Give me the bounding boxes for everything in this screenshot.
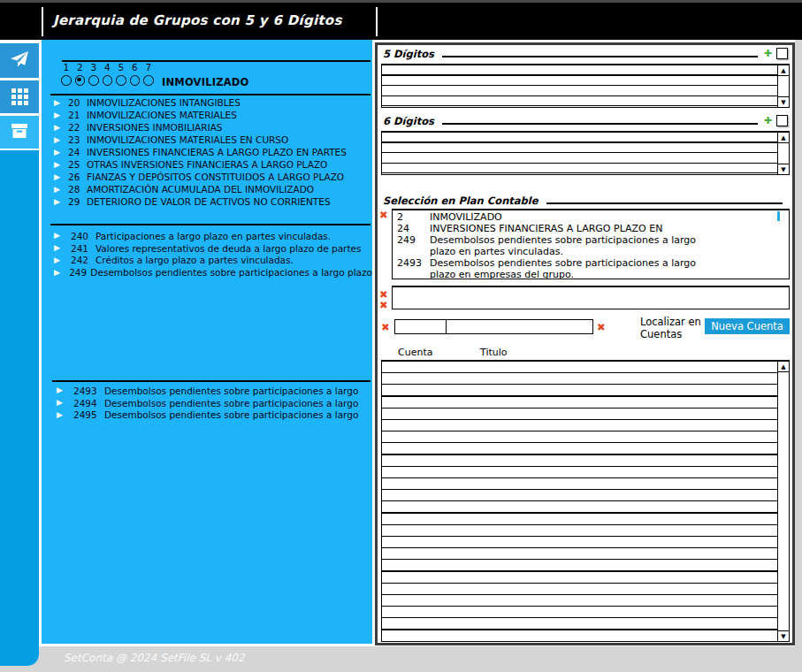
selection-code: 2493 <box>397 258 430 279</box>
delete-icon[interactable]: ✖ <box>597 323 606 333</box>
sidebar-item-archive[interactable] <box>0 116 39 149</box>
group-row[interactable]: ▶ 28 AMORTIZACIÓN ACUMULADA DEL INMOVILI… <box>42 183 372 195</box>
digit-option[interactable]: 2 <box>73 62 88 86</box>
expand-icon[interactable]: ▶ <box>54 111 65 119</box>
group-row[interactable]: ▶ 2494 Desembolsos pendientes sobre part… <box>42 397 372 409</box>
expand-icon[interactable]: ▶ <box>57 399 67 407</box>
delete-icon[interactable]: ✖ <box>381 323 390 333</box>
scroll-up-icon[interactable]: ▲ <box>778 65 789 76</box>
account-code-input[interactable] <box>394 319 447 334</box>
expand-icon[interactable]: ▶ <box>54 124 65 132</box>
scrollbar[interactable]: ▲ ▼ <box>777 362 789 641</box>
selection-detail-box[interactable] <box>392 286 790 309</box>
expand-icon[interactable]: ▶ <box>54 198 65 206</box>
group-row[interactable]: ▶ 26 FIANZAS Y DEPÓSITOS CONSTITUIDOS A … <box>42 171 372 183</box>
digit-level-selector: 1 2 3 4 5 <box>59 62 156 86</box>
digit-option[interactable]: 7 <box>141 62 156 86</box>
expand-icon[interactable]: ▶ <box>54 269 63 277</box>
expand-icon[interactable]: ▶ <box>54 256 65 264</box>
group-title: Participaciones a largo plazo en partes … <box>95 231 331 241</box>
expand-icon[interactable]: ▶ <box>54 232 65 240</box>
group-row[interactable]: ▶ 23 INMOVILIZACIONES MATERIALES EN CURS… <box>42 134 372 146</box>
digit-label: 6 <box>132 62 138 73</box>
group-row[interactable]: ▶ 22 INVERSIONES INMOBILIARIAS <box>42 121 372 134</box>
delete-icon[interactable]: ✖ <box>379 301 388 311</box>
selection-row[interactable]: 2493 Desembolsos pendientes sobre partic… <box>397 258 785 279</box>
group-title: Desembolsos pendientes sobre participaci… <box>104 398 358 409</box>
accounts-table[interactable]: ▲ ▼ <box>381 360 790 642</box>
sidebar-item-groups[interactable] <box>0 80 39 113</box>
digit-radio[interactable] <box>88 75 99 86</box>
sidebar <box>0 40 39 666</box>
groups-2-digit-list: ▶ 20 INMOVILIZACIONES INTANGIBLES ▶ 21 I… <box>42 96 372 208</box>
plan-contable-selection[interactable]: 2 INMOVILIZADO 24 INVERSIONES FINANCIERA… <box>392 209 790 279</box>
group-title: INVERSIONES INMOBILIARIAS <box>87 122 223 133</box>
digit-option[interactable]: 4 <box>101 62 115 86</box>
group-row[interactable]: ▶ 240 Participaciones a largo plazo en p… <box>42 230 372 242</box>
digit-radio[interactable] <box>61 75 72 86</box>
group-row[interactable]: ▶ 242 Créditos a largo plazo a partes vi… <box>42 255 372 267</box>
expand-icon[interactable]: ▶ <box>54 161 65 169</box>
selection-row[interactable]: 249 Desembolsos pendientes sobre partici… <box>397 235 785 258</box>
group-row[interactable]: ▶ 241 Valores representativos de deuda a… <box>42 242 372 255</box>
six-digits-checkbox[interactable] <box>776 115 788 126</box>
localizar-en-cuentas-button[interactable]: Localizar en Cuentas <box>640 316 713 340</box>
five-digits-label: 5 Dígitos <box>383 48 434 60</box>
divider <box>50 94 370 95</box>
group-row[interactable]: ▶ 20 INMOVILIZACIONES INTANGIBLES <box>42 96 372 109</box>
group-row[interactable]: ▶ 249 Desembolsos pendientes sobre parti… <box>42 266 372 279</box>
selection-text: Desembolsos pendientes sobre participaci… <box>430 235 696 258</box>
group-row[interactable]: ▶ 21 INMOVILIZACIONES MATERIALES <box>42 109 372 121</box>
expand-icon[interactable]: ▶ <box>54 173 65 181</box>
expand-icon[interactable]: ▶ <box>57 411 67 419</box>
digit-option[interactable]: 6 <box>128 62 142 86</box>
digit-option[interactable]: 1 <box>59 62 73 86</box>
group-title: Desembolsos pendientes sobre participaci… <box>104 409 358 420</box>
scroll-down-icon[interactable]: ▼ <box>778 630 789 641</box>
digit-option[interactable]: 3 <box>87 62 101 86</box>
delete-icon[interactable]: ✖ <box>379 210 388 221</box>
expand-icon[interactable]: ▶ <box>54 149 65 157</box>
six-digits-listbox[interactable]: ▲ ▼ <box>381 131 790 175</box>
group-title: Desembolsos pendientes sobre participaci… <box>90 267 372 278</box>
selection-code: 24 <box>397 224 430 235</box>
group-row[interactable]: ▶ 25 OTRAS INVERSIONES FINANCIERAS A LAR… <box>42 158 372 171</box>
digit-radio[interactable] <box>75 75 86 86</box>
nueva-cuenta-button[interactable]: Nueva Cuenta <box>705 318 790 334</box>
listbox-rows <box>382 65 777 107</box>
expand-icon[interactable]: ▶ <box>54 244 65 252</box>
six-digits-label: 6 Dígitos <box>383 115 434 127</box>
scroll-up-icon[interactable]: ▲ <box>778 362 789 372</box>
expand-icon[interactable]: ▶ <box>54 99 65 107</box>
add-icon[interactable]: ✚ <box>764 49 772 58</box>
account-title-input[interactable] <box>446 319 593 334</box>
digit-radio[interactable] <box>130 75 141 86</box>
send-icon <box>10 50 29 72</box>
digit-option[interactable]: 5 <box>114 62 128 86</box>
selection-row[interactable]: 24 INVERSIONES FINANCIERAS A LARGO PLAZO… <box>397 224 785 235</box>
digit-radio[interactable] <box>116 75 126 86</box>
group-row[interactable]: ▶ 2493 Desembolsos pendientes sobre part… <box>42 385 372 397</box>
expand-icon[interactable]: ▶ <box>54 136 65 144</box>
scrollbar[interactable]: ▲ ▼ <box>777 65 789 107</box>
group-row[interactable]: ▶ 29 DETERIORO DE VALOR DE ACTIVOS NO CO… <box>42 195 372 208</box>
scroll-up-icon[interactable]: ▲ <box>778 133 789 143</box>
expand-icon[interactable]: ▶ <box>54 186 65 194</box>
group-title: FIANZAS Y DEPÓSITOS CONSTITUIDOS A LARGO… <box>87 172 344 182</box>
scroll-down-icon[interactable]: ▼ <box>778 164 789 174</box>
sidebar-item-send[interactable] <box>0 43 39 78</box>
selection-text: INVERSIONES FINANCIERAS A LARGO PLAZO EN <box>430 224 662 235</box>
digit-radio[interactable] <box>103 75 113 86</box>
five-digits-checkbox[interactable] <box>776 48 788 59</box>
group-row[interactable]: ▶ 2495 Desembolsos pendientes sobre part… <box>42 409 372 422</box>
group-row[interactable]: ▶ 24 INVERSIONES FINANCIERAS A LARGO PLA… <box>42 146 372 158</box>
add-icon[interactable]: ✚ <box>764 116 772 126</box>
scrollbar[interactable]: ▲ ▼ <box>777 133 789 174</box>
five-digits-listbox[interactable]: ▲ ▼ <box>381 64 790 108</box>
group-title: INMOVILIZACIONES MATERIALES <box>87 110 237 120</box>
scroll-down-icon[interactable]: ▼ <box>778 96 789 107</box>
expand-icon[interactable]: ▶ <box>57 386 67 394</box>
group-code: 2495 <box>73 409 101 420</box>
digit-radio[interactable] <box>143 75 154 86</box>
selection-row[interactable]: 2 INMOVILIZADO <box>397 212 785 224</box>
